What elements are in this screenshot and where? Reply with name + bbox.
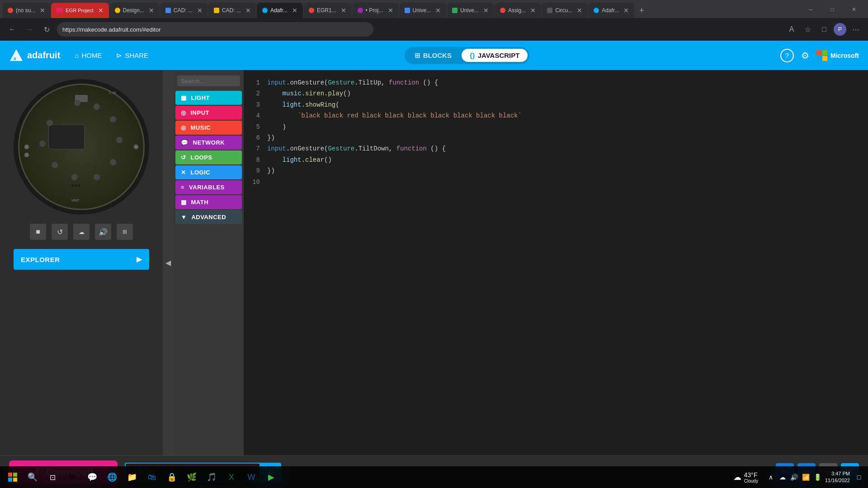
tab-gmail[interactable]: (no su... ✕ bbox=[2, 3, 51, 18]
refresh-button[interactable]: ↻ bbox=[40, 23, 53, 36]
word-taskbar-button[interactable]: W bbox=[242, 468, 260, 486]
tray-battery-icon[interactable]: 🔋 bbox=[812, 472, 823, 483]
tab-close-univ1[interactable]: ✕ bbox=[435, 7, 441, 14]
tab-close-univ2[interactable]: ✕ bbox=[483, 7, 489, 14]
tab-circu[interactable]: Circu... ✕ bbox=[542, 3, 588, 18]
line-num-8: 8 bbox=[251, 155, 260, 165]
tab-close-design[interactable]: ✕ bbox=[149, 7, 154, 14]
mute-button[interactable]: 🔊 bbox=[95, 224, 111, 240]
taskbar-clock[interactable]: 3:47 PM 11/16/2022 bbox=[825, 470, 850, 484]
tab-cad1[interactable]: CAD: ... ✕ bbox=[160, 3, 208, 18]
tab-close-assign[interactable]: ✕ bbox=[530, 7, 536, 14]
home-button[interactable]: ⌂ HOME bbox=[69, 49, 107, 62]
app3-taskbar-button[interactable]: 🎵 bbox=[203, 468, 221, 486]
taskbar: 🔍 ⊡ ✉ 💬 🌐 📁 🛍 🔒 🌿 🎵 X W ▶ ☁ bbox=[0, 466, 868, 488]
led-0 bbox=[74, 100, 80, 106]
taskbar-search-button[interactable]: 🔍 bbox=[24, 468, 42, 486]
maximize-button[interactable]: □ bbox=[822, 3, 843, 16]
search-input[interactable] bbox=[181, 78, 244, 84]
weather-widget[interactable]: ☁ 43°F Cloudy bbox=[728, 471, 764, 483]
app1-taskbar-button[interactable]: 🔒 bbox=[163, 468, 181, 486]
profile-icon[interactable]: P bbox=[834, 23, 846, 36]
toolbox-item-music[interactable]: ◎ MUSIC bbox=[175, 121, 242, 135]
tab-close-circu[interactable]: ✕ bbox=[577, 7, 582, 14]
network-icon: 💬 bbox=[181, 139, 189, 146]
code-line-1: 1 input.onGesture(Gesture.TiltUp, functi… bbox=[244, 77, 868, 88]
search-box[interactable]: 🔍 bbox=[177, 75, 240, 86]
hulu-taskbar-button[interactable]: ▶ bbox=[262, 468, 280, 486]
variables-label: VARIABLES bbox=[189, 184, 225, 191]
tab-assign[interactable]: Assig... ✕ bbox=[495, 3, 541, 18]
tray-volume-icon[interactable]: 🔊 bbox=[789, 472, 800, 483]
tab-cad2[interactable]: CAD: ... ✕ bbox=[208, 3, 256, 18]
tab-design[interactable]: Design... ✕ bbox=[109, 3, 160, 18]
stop-button[interactable]: ■ bbox=[30, 224, 46, 240]
tab-univ1[interactable]: Unive... ✕ bbox=[399, 3, 447, 18]
tab-univ2[interactable]: Unive... ✕ bbox=[447, 3, 494, 18]
toolbox-item-math[interactable]: ▦ MATH bbox=[175, 195, 242, 209]
collapse-panel-button[interactable]: ◀ bbox=[163, 70, 174, 455]
tab-close-gmail[interactable]: ✕ bbox=[40, 7, 45, 14]
back-button[interactable]: ← bbox=[5, 23, 19, 36]
toolbox-item-advanced[interactable]: ▼ ADVANCED bbox=[175, 210, 242, 224]
minimize-button[interactable]: ─ bbox=[800, 3, 821, 16]
mail-taskbar-button[interactable]: ✉ bbox=[63, 468, 81, 486]
notification-center-button[interactable]: □ bbox=[854, 472, 864, 483]
tab-egr[interactable]: EGR Project ✕ bbox=[51, 3, 108, 18]
toolbox-item-logic[interactable]: ✕ LOGIC bbox=[175, 165, 242, 179]
taskbar-time-display: 3:47 PM bbox=[825, 470, 850, 477]
toolbox-item-loops[interactable]: ↺ LOOPS bbox=[175, 150, 242, 164]
taskview-button[interactable]: ⊡ bbox=[43, 468, 61, 486]
tab-adafruit[interactable]: Adafr... ✕ bbox=[257, 3, 303, 18]
settings-button[interactable]: ⚙ bbox=[801, 50, 809, 61]
tab-adafruit2[interactable]: Adafr... ✕ bbox=[588, 3, 634, 18]
tab-close-egr[interactable]: ✕ bbox=[98, 7, 104, 14]
tray-onedrive-icon[interactable]: ☁ bbox=[777, 472, 788, 483]
tab-proj[interactable]: • Proj... ✕ bbox=[352, 3, 399, 18]
tray-overflow-icon[interactable]: ∧ bbox=[765, 472, 776, 483]
teams-taskbar-button[interactable]: 💬 bbox=[83, 468, 101, 486]
new-tab-button[interactable]: + bbox=[635, 3, 648, 18]
speaker-holes bbox=[71, 184, 80, 187]
tab-egr2[interactable]: EGR1... ✕ bbox=[303, 3, 352, 18]
light-label: LIGHT bbox=[191, 94, 210, 101]
fullscreen-button[interactable]: ⊞ bbox=[117, 224, 133, 240]
app2-taskbar-button[interactable]: 🌿 bbox=[183, 468, 201, 486]
tab-close-cad2[interactable]: ✕ bbox=[245, 7, 251, 14]
toolbox-item-network[interactable]: 💬 NETWORK bbox=[175, 136, 242, 150]
edge-taskbar-button[interactable]: 🌐 bbox=[103, 468, 121, 486]
tab-close-egr2[interactable]: ✕ bbox=[341, 7, 346, 14]
screenshot-button[interactable]: ☁ bbox=[73, 224, 90, 240]
store-taskbar-button[interactable]: 🛍 bbox=[143, 468, 161, 486]
code-editor[interactable]: 1 input.onGesture(Gesture.TiltUp, functi… bbox=[244, 70, 868, 455]
url-bar[interactable]: https://makecode.adafruit.com/#editor bbox=[57, 22, 373, 37]
toolbox-item-variables[interactable]: ≡ VARIABLES bbox=[175, 180, 242, 194]
start-button[interactable] bbox=[4, 468, 22, 486]
star-icon[interactable]: ☆ bbox=[801, 23, 815, 36]
line-num-3: 3 bbox=[251, 100, 260, 110]
blocks-mode-button[interactable]: ⊞ BLOCKS bbox=[406, 49, 460, 62]
explorer-button[interactable]: EXPLORER ▶ bbox=[14, 249, 149, 270]
forward-button[interactable]: → bbox=[23, 23, 36, 36]
toolbox-item-light[interactable]: ▦ LIGHT bbox=[175, 91, 242, 105]
excel-taskbar-button[interactable]: X bbox=[222, 468, 241, 486]
restart-button[interactable]: ↺ bbox=[52, 224, 68, 240]
help-button[interactable]: ? bbox=[780, 49, 794, 62]
svg-marker-0 bbox=[10, 49, 23, 61]
translate-icon[interactable]: A bbox=[785, 23, 798, 36]
logic-icon: ✕ bbox=[181, 169, 186, 176]
toolbox-item-input[interactable]: ◎ INPUT bbox=[175, 106, 242, 120]
extensions-icon[interactable]: ⋯ bbox=[849, 23, 863, 36]
tab-close-adafruit[interactable]: ✕ bbox=[292, 7, 297, 14]
tab-close-proj[interactable]: ✕ bbox=[388, 7, 393, 14]
share-button[interactable]: ⊳ SHARE bbox=[111, 49, 154, 62]
tab-close-adafruit2[interactable]: ✕ bbox=[623, 7, 629, 14]
header-center: ⊞ BLOCKS {} JAVASCRIPT bbox=[163, 47, 771, 64]
tray-network-icon[interactable]: 📶 bbox=[801, 472, 811, 483]
javascript-mode-button[interactable]: {} JAVASCRIPT bbox=[462, 49, 528, 62]
weather-details: 43°F Cloudy bbox=[744, 471, 758, 483]
tab-close-cad1[interactable]: ✕ bbox=[197, 7, 203, 14]
collection-icon[interactable]: □ bbox=[817, 23, 831, 36]
close-button[interactable]: ✕ bbox=[844, 3, 864, 16]
explorer-taskbar-button[interactable]: 📁 bbox=[123, 468, 141, 486]
